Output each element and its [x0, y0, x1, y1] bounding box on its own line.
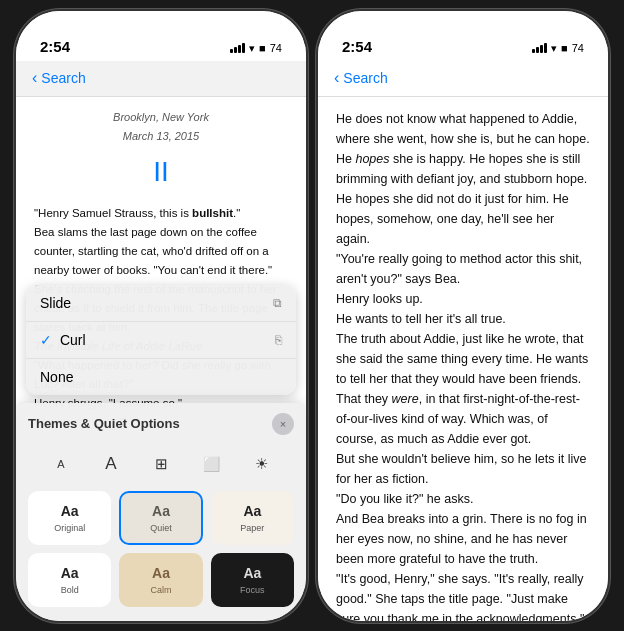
chapter-number: II: [34, 150, 288, 195]
theme-original-label: Original: [38, 523, 101, 533]
theme-paper-sample: Aa: [221, 503, 284, 519]
theme-original[interactable]: Aa Original: [28, 491, 111, 545]
battery-level: 74: [270, 42, 282, 54]
nav-bar-left: ‹ Search: [16, 61, 306, 97]
transition-curl[interactable]: ✓ Curl ⎘: [26, 322, 296, 359]
book-location: Brooklyn, New York: [34, 109, 288, 127]
nav-bar-right: ‹ Search: [318, 61, 608, 97]
theme-quiet-sample: Aa: [129, 503, 192, 519]
back-arrow-icon: ‹: [32, 69, 37, 87]
time-left: 2:54: [40, 38, 70, 55]
transition-slide[interactable]: Slide ⧉: [26, 285, 296, 322]
theme-paper-label: Paper: [221, 523, 284, 533]
check-icon: ✓: [40, 332, 56, 348]
battery-icon-right: ■: [561, 42, 568, 54]
reader-controls: A A ⊞ ⬜ ☀: [28, 443, 294, 485]
theme-bold[interactable]: Aa Bold: [28, 553, 111, 607]
themes-title: Themes & Quiet Options: [28, 416, 180, 431]
status-bar-left: 2:54 ▾ ■ 74: [16, 11, 306, 61]
signal-icon: [230, 43, 245, 53]
book-date: March 13, 2015: [34, 128, 288, 146]
theme-grid: Aa Original Aa Quiet Aa Paper Aa Bold: [28, 491, 294, 607]
overlay-panel: Slide ⧉ ✓ Curl ⎘ None Themes & Quiet Opt…: [16, 285, 306, 621]
theme-focus-sample: Aa: [221, 565, 284, 581]
book-title-area: Brooklyn, New York March 13, 2015 II: [34, 109, 288, 195]
wifi-icon-right: ▾: [551, 42, 557, 55]
right-phone: 2:54 ▾ ■ 74 ‹ Search He does not know wh…: [318, 11, 608, 621]
status-icons-left: ▾ ■ 74: [230, 42, 282, 55]
back-arrow-icon-right: ‹: [334, 69, 339, 87]
battery-icon: ■: [259, 42, 266, 54]
theme-quiet[interactable]: Aa Quiet: [119, 491, 202, 545]
theme-bold-sample: Aa: [38, 565, 101, 581]
theme-calm[interactable]: Aa Calm: [119, 553, 202, 607]
back-button-left[interactable]: ‹ Search: [32, 69, 86, 87]
theme-paper[interactable]: Aa Paper: [211, 491, 294, 545]
close-button[interactable]: ×: [272, 413, 294, 435]
left-phone: 2:54 ▾ ■ 74 ‹ Search: [16, 11, 306, 621]
theme-calm-label: Calm: [129, 585, 192, 595]
status-bar-right: 2:54 ▾ ■ 74: [318, 11, 608, 61]
theme-focus[interactable]: Aa Focus: [211, 553, 294, 607]
theme-bold-label: Bold: [38, 585, 101, 595]
back-label-right: Search: [343, 70, 387, 86]
layout-button[interactable]: ⊞: [143, 449, 179, 479]
font-increase-button[interactable]: A: [93, 449, 129, 479]
brightness-button[interactable]: ☀: [243, 449, 279, 479]
theme-focus-label: Focus: [221, 585, 284, 595]
themes-panel: Themes & Quiet Options × A A ⊞ ⬜ ☀ Aa Or…: [16, 403, 306, 621]
book-content-right: He does not know what happened to Addie,…: [318, 97, 608, 621]
page-button[interactable]: ⬜: [193, 449, 229, 479]
theme-calm-sample: Aa: [129, 565, 192, 581]
font-decrease-button[interactable]: A: [43, 449, 79, 479]
transition-none[interactable]: None: [26, 359, 296, 395]
battery-level-right: 74: [572, 42, 584, 54]
none-label: None: [40, 369, 73, 385]
themes-header: Themes & Quiet Options ×: [28, 413, 294, 435]
status-icons-right: ▾ ■ 74: [532, 42, 584, 55]
theme-original-sample: Aa: [38, 503, 101, 519]
time-right: 2:54: [342, 38, 372, 55]
theme-quiet-label: Quiet: [129, 523, 192, 533]
back-label-left: Search: [41, 70, 85, 86]
signal-icon-right: [532, 43, 547, 53]
slide-icon: ⧉: [273, 296, 282, 310]
wifi-icon: ▾: [249, 42, 255, 55]
curl-icon: ⎘: [275, 333, 282, 347]
transition-menu: Slide ⧉ ✓ Curl ⎘ None: [26, 285, 296, 395]
back-button-right[interactable]: ‹ Search: [334, 69, 388, 87]
slide-label: Slide: [40, 295, 71, 311]
